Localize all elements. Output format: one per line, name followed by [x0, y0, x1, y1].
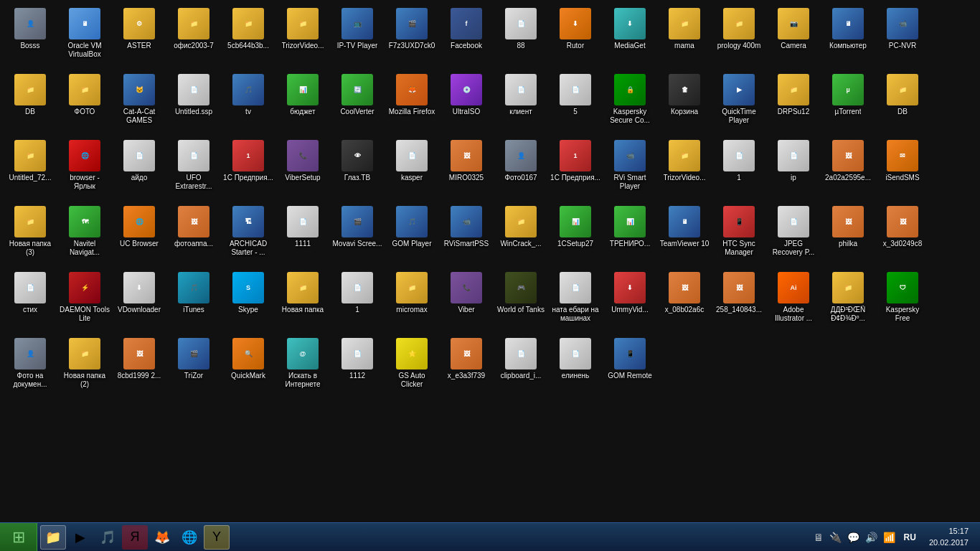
- desktop-icon-foto_dok[interactable]: 👤Фото на докумен...: [4, 335, 57, 400]
- desktop-icon-xe3a3f739[interactable]: 🖼x_e3a3f739: [440, 335, 493, 400]
- desktop-icon-navitel[interactable]: 🗺Navitel Navigat...: [58, 203, 111, 268]
- desktop-icon-5[interactable]: 📄5: [549, 71, 602, 136]
- desktop-icon-elinen[interactable]: 📄елинень: [549, 335, 602, 400]
- desktop-icon-quickmark[interactable]: 🔍QuickMark: [222, 335, 275, 400]
- desktop-icon-fotoapps[interactable]: 🖼фотоаппа...: [167, 203, 220, 268]
- desktop-icon-prology[interactable]: 📁prology 400m: [712, 5, 765, 70]
- desktop-icon-gompl[interactable]: 🎵GOM Player: [385, 203, 438, 268]
- taskbar-gom[interactable]: 🎵: [95, 525, 121, 550]
- desktop-icon-camera[interactable]: 📷Camera: [767, 5, 820, 70]
- desktop-icon-ai[interactable]: AiAdobe Illustrator ...: [767, 269, 820, 334]
- desktop-icon-ip[interactable]: 📄ip: [767, 137, 820, 202]
- desktop-icon-2a02[interactable]: 🖼2a02a2595e...: [821, 137, 875, 202]
- desktop-icon-worldoftanks[interactable]: 🎮World of Tanks: [494, 269, 547, 334]
- desktop-icon-1c[interactable]: 11С Предприя...: [222, 137, 275, 202]
- desktop-icon-daemon[interactable]: ⚡DAEMON Tools Lite: [58, 269, 111, 334]
- desktop-icon-trizor[interactable]: 📁TrizorVideo...: [276, 5, 329, 70]
- desktop-icon-x3d0249c8[interactable]: 🖼x_3d0249c8: [876, 203, 929, 268]
- desktop-icon-one2[interactable]: 📄1: [331, 269, 384, 334]
- desktop-icon-skype[interactable]: SSkype: [222, 269, 275, 334]
- desktop-icon-archicad[interactable]: 🏗ARCHICAD Starter - ...: [222, 203, 275, 268]
- desktop-icon-isendsms[interactable]: ✉iSendSMS: [876, 137, 929, 202]
- desktop-icon-untitledssp[interactable]: 📄Untitled.ssp: [167, 71, 220, 136]
- desktop-icon-aydo[interactable]: 📄айдо: [113, 137, 166, 202]
- desktop-icon-trizorvideo[interactable]: 📁TrizorVideo...: [658, 137, 711, 202]
- desktop-icon-trizor2[interactable]: 🎬TriZor: [167, 335, 220, 400]
- desktop-icon-budget[interactable]: 📊бюджет: [276, 71, 329, 136]
- desktop-icon-klient[interactable]: 📄клиент: [494, 71, 547, 136]
- desktop-icon-clipboard[interactable]: 📄clipboard_i...: [494, 335, 547, 400]
- desktop-icon-ummyvid[interactable]: ⬇UmmyVid...: [603, 269, 656, 334]
- tray-wifi[interactable]: 📶: [882, 530, 897, 545]
- desktop-icon-mediaget[interactable]: ⬇MediaGet: [603, 5, 656, 70]
- desktop-icon-untitled72[interactable]: 📁Untitled_72...: [4, 137, 57, 202]
- desktop-icon-kaspersky_free[interactable]: 🛡Kaspersky Free: [876, 269, 929, 334]
- desktop-icon-1cpred[interactable]: 11С Предприя...: [549, 137, 602, 202]
- desktop-icon-drpsu12[interactable]: 📁DRPSu12: [767, 71, 820, 136]
- desktop-icon-utorrent[interactable]: µµTorrent: [821, 71, 875, 136]
- desktop-icon-tv[interactable]: 🎵tv: [222, 71, 275, 136]
- desktop-icon-db2[interactable]: 📁DB: [876, 71, 929, 136]
- desktop-icon-browser[interactable]: 🌐browser - Ярлык: [58, 137, 111, 202]
- system-clock[interactable]: 15:17 20.02.2017: [923, 524, 974, 550]
- taskbar-yandex[interactable]: Я: [122, 525, 148, 550]
- desktop-icon-dd[interactable]: 📁ДДÐ³ÐŒÑ Ð¢Ð¾Ðº...: [821, 269, 875, 334]
- desktop-icon-computer[interactable]: 🖥Компьютер: [821, 5, 875, 70]
- desktop-icon-kaspersky_secure[interactable]: 🔒Kaspersky Secure Co...: [603, 71, 656, 136]
- desktop-icon-miro0325[interactable]: 🖼MIRO0325: [440, 137, 493, 202]
- desktop-icon-bosss[interactable]: 👤Bosss: [4, 5, 57, 70]
- taskbar-explorer[interactable]: 📁: [40, 525, 66, 550]
- desktop-icon-jpegrecover[interactable]: 📄JPEG Recovery P...: [767, 203, 820, 268]
- taskbar-uc[interactable]: 🌐: [176, 525, 202, 550]
- desktop-icon-korzina[interactable]: 🗑Корзина: [658, 71, 711, 136]
- desktop-icon-x08b02a6c[interactable]: 🖼x_08b02a6c: [658, 269, 711, 334]
- desktop-icon-teamviewer[interactable]: 🖥TeamViewer 10: [658, 203, 711, 268]
- desktop-icon-stih[interactable]: 📄стих: [4, 269, 57, 334]
- desktop-icon-f7z3[interactable]: 🎬F7z3UXD7ck0: [385, 5, 438, 70]
- start-button[interactable]: ⊞: [0, 523, 37, 552]
- desktop-icon-one[interactable]: 📄1: [712, 137, 765, 202]
- desktop-icon-virtualbox[interactable]: 🖥Oracle VM VirtualBox: [58, 5, 111, 70]
- desktop-icon-rvismartpss[interactable]: 📹RViSmartPSS: [440, 203, 493, 268]
- desktop-icon-vdownloader[interactable]: ⬇VDownloader: [113, 269, 166, 334]
- desktop-icon-aster[interactable]: ⚙ASTER: [113, 5, 166, 70]
- desktop-icon-facebook[interactable]: fFacebook: [440, 5, 493, 70]
- desktop-icon-wincrack[interactable]: 📁WinCrack_...: [494, 203, 547, 268]
- desktop-icon-nata[interactable]: 📄ната ебари на машинах: [549, 269, 602, 334]
- desktop-icon-novapapka3[interactable]: 📁Новая папка (3): [4, 203, 57, 268]
- desktop-icon-catgames[interactable]: 🐱Cat-A-Cat GAMES: [113, 71, 166, 136]
- desktop-icon-micromax[interactable]: 📁micromax: [385, 269, 438, 334]
- desktop-icon-pcnvr[interactable]: 📹PC-NVR: [876, 5, 929, 70]
- desktop-icon-rutor[interactable]: ⬇Rutor: [549, 5, 602, 70]
- desktop-icon-1111[interactable]: 📄1111: [276, 203, 329, 268]
- desktop-icon-philka[interactable]: 🖼philka: [821, 203, 875, 268]
- desktop-icon-ucbrowser[interactable]: 🌐UC Browser: [113, 203, 166, 268]
- desktop-icon-ufo[interactable]: 📄UFO Extrarestr...: [167, 137, 220, 202]
- taskbar-firefox[interactable]: 🦊: [149, 525, 175, 550]
- desktop-icon-iptv[interactable]: 📺IP-TV Player: [331, 5, 384, 70]
- desktop-icon-itunes[interactable]: 🎵iTunes: [167, 269, 220, 334]
- desktop-icon-glaztb[interactable]: 👁Глаз.TB: [331, 137, 384, 202]
- desktop-icon-mama[interactable]: 📁mama: [658, 5, 711, 70]
- desktop-icon-movavi[interactable]: 🎬Movavi Scree...: [331, 203, 384, 268]
- desktop-icon-coolverter[interactable]: 🔄CoolVerter: [331, 71, 384, 136]
- desktop-icon-novapapka[interactable]: 📁Новая папка: [276, 269, 329, 334]
- desktop-icon-iskat[interactable]: @Искать в Интернете: [276, 335, 329, 400]
- desktop-icon-quicktime[interactable]: ▶QuickTime Player: [712, 71, 765, 136]
- tray-network[interactable]: 🖥: [812, 530, 825, 545]
- desktop-icon-novapapka2[interactable]: 📁Новая папка (2): [58, 335, 111, 400]
- desktop-icon-1112[interactable]: 📄1112: [331, 335, 384, 400]
- desktop-icon-firefox[interactable]: 🦊Mozilla Firefox: [385, 71, 438, 136]
- desktop-icon-viber[interactable]: 📞Viber: [440, 269, 493, 334]
- desktop-icon-5cb[interactable]: 📁5cb644b3b...: [222, 5, 275, 70]
- tray-skype[interactable]: 💬: [846, 530, 861, 545]
- desktop-icon-db[interactable]: 📁DB: [4, 71, 57, 136]
- desktop-icon-ofis2003[interactable]: 📁офис2003-7: [167, 5, 220, 70]
- desktop-icon-foto0167[interactable]: 👤Фото0167: [494, 137, 547, 202]
- taskbar-mediaplayer[interactable]: ▶: [67, 525, 93, 550]
- tray-usb[interactable]: 🔌: [828, 530, 843, 545]
- desktop-icon-vibersetup[interactable]: 📞ViberSetup: [276, 137, 329, 202]
- desktop-icon-258[interactable]: 🖼258_140843...: [712, 269, 765, 334]
- language-indicator[interactable]: RU: [900, 531, 920, 544]
- desktop-icon-gom_remote[interactable]: 📱GOM Remote: [603, 335, 656, 400]
